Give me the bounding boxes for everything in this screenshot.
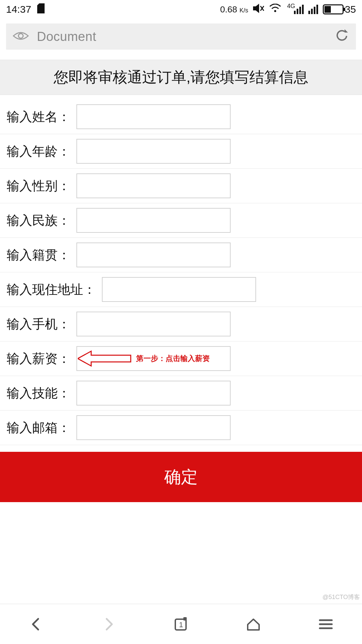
label-salary: 输入薪资： [7,350,70,367]
svg-rect-4 [183,617,187,621]
page-header: 您即将审核通过订单,请您填写结算信息 [0,60,362,95]
row-skill: 输入技能： [0,376,362,411]
row-address: 输入现住地址： [0,272,362,307]
nav-forward-button[interactable] [98,613,119,635]
input-salary[interactable] [76,346,231,371]
svg-point-0 [274,10,276,12]
address-bar[interactable]: Document [6,23,356,50]
signal-icon [294,5,304,14]
volume-mute-icon [253,3,264,16]
settlement-form: 输入姓名： 输入年龄： 输入性别： 输入民族： 输入籍贯： 输入现住地址： 输入… [0,100,362,445]
input-age[interactable] [76,139,231,164]
status-net-speed: 0.68 K/s [220,4,248,15]
input-name[interactable] [76,104,231,129]
input-skill[interactable] [76,381,231,406]
row-ethnicity: 输入民族： [0,203,362,238]
row-gender: 输入性别： [0,169,362,203]
label-ethnicity: 输入民族： [7,212,70,229]
label-gender: 输入性别： [7,177,70,195]
label-birthplace: 输入籍贯： [7,247,70,264]
status-right: 0.68 K/s 4G 35 [220,3,356,16]
wifi-icon [269,4,281,15]
row-email: 输入邮箱： [0,411,362,445]
nav-tabs-button[interactable]: 1 [170,613,192,635]
net-speed-unit: K/s [240,7,248,14]
label-age: 输入年龄： [7,143,70,160]
label-phone: 输入手机： [7,316,70,333]
sd-card-icon [37,3,45,16]
address-title: Document [37,30,326,44]
label-name: 输入姓名： [7,108,70,125]
svg-text:1: 1 [179,621,183,629]
watermark: @51CTO博客 [322,593,360,601]
label-address: 输入现住地址： [7,281,96,298]
nav-home-button[interactable] [243,613,264,635]
confirm-button[interactable]: 确定 [0,452,362,502]
svg-point-1 [18,34,23,38]
row-name: 输入姓名： [0,100,362,134]
net-type-label: 4G [287,3,295,10]
refresh-icon[interactable] [335,29,349,45]
input-ethnicity[interactable] [76,208,231,233]
status-time: 14:37 [6,4,31,15]
input-birthplace[interactable] [76,243,231,267]
row-phone: 输入手机： [0,307,362,341]
input-gender[interactable] [76,173,231,198]
input-address[interactable] [102,277,256,302]
row-salary: 输入薪资： 第一步：点击输入薪资 [0,341,362,376]
net-speed-value: 0.68 [220,4,237,14]
status-bar: 14:37 0.68 K/s 4G 35 [0,0,362,19]
signal-icon-2 [308,5,318,14]
battery-pct: 35 [345,4,356,15]
nav-back-button[interactable] [25,613,47,635]
status-left: 14:37 [6,3,45,16]
eye-icon [13,31,29,43]
nav-menu-button[interactable] [315,613,337,635]
input-email[interactable] [76,415,231,440]
battery-indicator: 35 [323,4,356,15]
label-email: 输入邮箱： [7,419,70,436]
row-age: 输入年龄： [0,134,362,169]
input-phone[interactable] [76,312,231,336]
bottom-nav: 1 [0,604,362,644]
label-skill: 输入技能： [7,385,70,402]
row-birthplace: 输入籍贯： [0,238,362,272]
